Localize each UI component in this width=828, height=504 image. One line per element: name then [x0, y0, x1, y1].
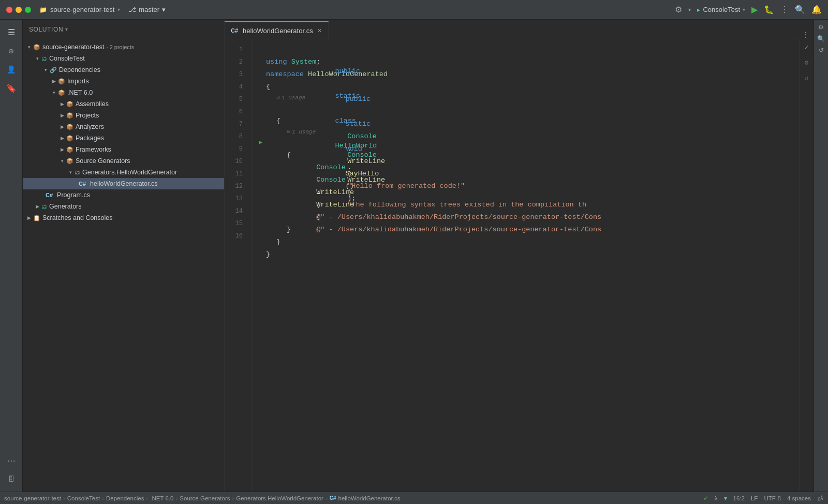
sidebar-item-programcs[interactable]: C# Program.cs: [23, 189, 224, 201]
sidebar-item-helloworldcs[interactable]: C# helloWorldGenerator.cs: [23, 178, 224, 189]
debug-button[interactable]: 🐛: [764, 5, 774, 14]
solution-label: Solution: [29, 26, 63, 33]
notifications-icon[interactable]: 🔔: [811, 5, 822, 14]
sidebar-item-frameworks-label: Frameworks: [76, 146, 111, 153]
sidebar-item-projects[interactable]: ▶ 📦 Projects: [23, 110, 224, 121]
right-panel-icon-3[interactable]: ↺: [819, 47, 824, 54]
tab-actions: ⋮: [798, 31, 814, 39]
tree-arrow-icon: ▶: [58, 136, 66, 141]
sidebar-item-assemblies[interactable]: ▶ 📦 Assemblies: [23, 98, 224, 110]
explorer-icon[interactable]: ☰: [2, 24, 21, 40]
sidebar-item-generators-hw-label: Generators.HelloWorldGenerator: [82, 169, 177, 176]
scratches-icon: 📋: [33, 215, 40, 221]
sidebar-item-root-label: source-generator-test: [42, 43, 105, 51]
sidebar-item-imports-label: Imports: [67, 78, 89, 85]
sidebar-item-generators-proj[interactable]: ▶ 🗂 Generators: [23, 201, 224, 212]
editor-right-bar: ✓ ⚙ ↺: [799, 39, 814, 492]
traffic-lights: [6, 7, 31, 13]
maximize-button[interactable]: [25, 7, 31, 13]
commit-icon[interactable]: ⊕: [2, 42, 21, 59]
sidebar-item-root[interactable]: ▾ 📦 source-generator-test · 2 projects: [23, 41, 224, 53]
tree-arrow-icon: ▶: [58, 113, 66, 118]
tree-arrow-icon: ▶: [58, 147, 66, 152]
packages-icon: 📦: [66, 135, 73, 142]
right-panel-icon-1[interactable]: ⚙: [818, 24, 824, 31]
tree-arrow-icon: ▶: [58, 124, 66, 129]
csharp-file-icon: C#: [79, 181, 86, 187]
sidebar-item-imports[interactable]: ▶ 📦 Imports: [23, 76, 224, 87]
project-name: source-generator-test: [50, 6, 114, 13]
line-num-7: 7: [225, 118, 247, 130]
file-status-icon: ✓: [804, 41, 808, 54]
frameworks-icon: 📦: [66, 146, 73, 153]
sidebar-header: Solution ▾: [23, 20, 224, 39]
branch-name: master: [139, 6, 159, 13]
project-chevron-icon: ▾: [117, 7, 120, 12]
code-line-13: [252, 211, 799, 224]
tab-actions-menu-icon[interactable]: ⋮: [802, 31, 809, 39]
run-indicator-icon[interactable]: ▶: [256, 137, 266, 149]
database-icon[interactable]: 🗄: [2, 471, 21, 487]
search-icon[interactable]: 🔍: [795, 5, 805, 14]
close-button[interactable]: [6, 7, 12, 13]
profiles-icon[interactable]: 👤: [2, 61, 21, 78]
run-configuration[interactable]: ▸ ConsoleTest ▾: [697, 6, 745, 13]
code-content[interactable]: using System ; namespace HelloWorldGener…: [252, 39, 799, 492]
tab-helloworldcs[interactable]: C# helloWorldGenerator.cs ✕: [225, 21, 329, 39]
settings-icon[interactable]: ⚙: [675, 5, 682, 14]
sidebar-item-consoletest[interactable]: ▾ 🗂 ConsoleTest: [23, 53, 224, 64]
project-selector[interactable]: 📁 source-generator-test ▾: [39, 6, 120, 13]
breadcrumb-dotnet: .NET 6.0: [150, 495, 173, 501]
breadcrumb-consoletest: ConsoleTest: [67, 495, 100, 501]
line-num-12: 12: [225, 180, 247, 192]
line-num-16: 16: [225, 230, 247, 242]
status-ok-icon: ✓: [703, 495, 708, 502]
line-num-9: 9: [225, 143, 247, 155]
tree-arrow-icon: ▶: [50, 79, 58, 84]
right-panel-icon-2[interactable]: 🔍: [817, 35, 825, 42]
sidebar-item-scratches[interactable]: ▶ 📋 Scratches and Consoles: [23, 212, 224, 224]
sidebar-item-analyzers[interactable]: ▶ 📦 Analyzers: [23, 121, 224, 132]
analyzers-icon: 📦: [66, 124, 73, 130]
status-line-ending: LF: [751, 495, 758, 501]
code-line-12: Console . WriteLine ( @" - /Users/khalid…: [252, 199, 799, 211]
run-button[interactable]: ▶: [751, 5, 758, 14]
status-right: ✓ λ ▾ 16:2 LF UTF-8 4 spaces ㎀: [703, 494, 824, 503]
line-numbers: 1 2 3 4 5 6 7 8 9 10 11 12 13 14 15 16: [225, 39, 252, 492]
sidebar-tree: ▾ 📦 source-generator-test · 2 projects ▾…: [23, 39, 224, 492]
tree-arrow-icon: ▶: [58, 101, 66, 107]
sidebar-item-dotnet[interactable]: ▾ 📦 .NET 6.0: [23, 87, 224, 98]
status-branch-icon: ▾: [724, 495, 727, 502]
editor-area: C# helloWorldGenerator.cs ✕ ⋮ 1 2 3 4 5 …: [225, 20, 814, 492]
sidebar-badge: · 2 projects: [107, 44, 135, 50]
branch-selector[interactable]: ⎇ master ▾: [128, 6, 166, 13]
sidebar-item-frameworks[interactable]: ▶ 📦 Frameworks: [23, 144, 224, 155]
line-num-2: 2: [225, 56, 247, 68]
sidebar-item-sourcegenerators[interactable]: ▾ 📦 Source Generators: [23, 155, 224, 167]
sidebar-item-generators-proj-label: Generators: [49, 203, 82, 210]
settings-chevron-icon[interactable]: ▾: [688, 7, 691, 12]
line-num-3: 3: [225, 68, 247, 81]
sidebar-item-packages[interactable]: ▶ 📦 Packages: [23, 132, 224, 144]
generators-hw-icon: 🗂: [75, 169, 80, 175]
line-num-4: 4: [225, 81, 247, 93]
sidebar-item-dependencies-label: Dependencies: [59, 66, 100, 73]
sidebar-item-generators-hw[interactable]: ▾ 🗂 Generators.HelloWorldGenerator: [23, 167, 224, 178]
tab-close-icon[interactable]: ✕: [317, 27, 322, 34]
right-bar-icon-1[interactable]: ⚙: [805, 57, 809, 69]
bookmarks-icon[interactable]: 🔖: [2, 80, 21, 96]
more-tools-icon[interactable]: ⋯: [2, 452, 21, 469]
tree-arrow-icon: ▾: [41, 67, 50, 72]
titlebar-right: ⚙ ▾ ▸ ConsoleTest ▾ ▶ 🐛 ⋮ 🔍 🔔: [675, 5, 822, 14]
more-options-icon[interactable]: ⋮: [780, 5, 789, 14]
right-bar-icon-2[interactable]: ↺: [805, 72, 809, 85]
minimize-button[interactable]: [16, 7, 22, 13]
activity-bar: ☰ ⊕ 👤 🔖 ⋯ 🗄: [0, 20, 23, 492]
sidebar: Solution ▾ ▾ 📦 source-generator-test · 2…: [23, 20, 225, 492]
sidebar-item-dependencies[interactable]: ▾ 🔗 Dependencies: [23, 64, 224, 76]
generators-proj-icon: 🗂: [41, 203, 47, 210]
tree-arrow-icon: ▾: [58, 158, 66, 164]
code-editor: 1 2 3 4 5 6 7 8 9 10 11 12 13 14 15 16: [225, 39, 814, 492]
code-line-14: }: [252, 224, 799, 236]
project-folder-icon: 📦: [33, 44, 40, 51]
